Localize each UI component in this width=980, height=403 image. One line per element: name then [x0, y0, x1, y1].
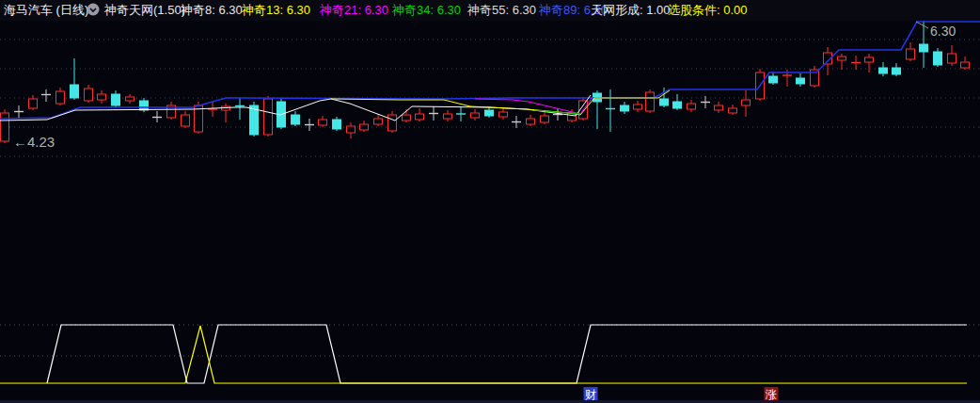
candle-down	[660, 99, 669, 105]
price-annotation-0: ←4.23	[13, 134, 55, 150]
candle-up	[444, 114, 452, 119]
candle-down	[893, 68, 901, 74]
candle-up	[742, 100, 751, 105]
candle-up	[865, 57, 874, 62]
signal-line-xuangu-yellow	[0, 326, 967, 383]
candle-up	[541, 116, 549, 122]
candle-up	[347, 126, 356, 133]
candle-up	[126, 97, 134, 101]
candle-down	[673, 102, 682, 108]
candle-down	[621, 105, 629, 111]
candle-up	[527, 119, 535, 124]
candle-down	[292, 115, 300, 124]
signal-label-1: 涨	[765, 388, 777, 401]
app-window: ←4.236.30财涨 海马汽车 (日线) 神奇天网(1.50) 神奇8: 6.…	[0, 0, 980, 403]
candle-down	[485, 110, 494, 116]
candle-down	[769, 76, 778, 83]
candle-down	[797, 78, 805, 84]
candle-down	[112, 94, 120, 105]
candle-up	[85, 89, 93, 101]
stock-title: 海马汽车 (日线)	[4, 3, 88, 18]
indicator-value-2: 神奇21: 6.30	[320, 3, 388, 18]
candle-up	[388, 115, 397, 131]
candle-up	[264, 99, 273, 135]
ma-line-shenqi13	[331, 90, 670, 115]
candle-up	[360, 124, 369, 130]
chart-canvas[interactable]: ←4.236.30财涨	[0, 0, 980, 403]
indicator-value-1: 神奇13: 6.30	[242, 3, 310, 18]
price-pointer-line	[916, 22, 928, 28]
candle-up	[907, 49, 915, 59]
candle-up	[29, 99, 38, 108]
indicator-name[interactable]: 神奇天网(1.50)	[104, 3, 185, 18]
candle-up	[729, 108, 737, 113]
indicator-value-7: 选股条件: 0.00	[668, 3, 748, 18]
candle-up	[499, 112, 508, 117]
candle-up	[688, 104, 696, 109]
candle-up	[98, 94, 106, 100]
candle-up	[471, 113, 480, 118]
candle-up	[319, 120, 327, 125]
candle-up	[634, 105, 642, 109]
candle-up	[56, 91, 65, 104]
candle-down	[333, 120, 341, 129]
indicator-value-3: 神奇34: 6.30	[392, 3, 461, 18]
candle-up	[646, 92, 655, 111]
candle-down	[934, 52, 942, 65]
candle-down	[140, 101, 149, 110]
candle-up	[948, 54, 956, 63]
candle-up	[182, 115, 190, 126]
candle-up	[416, 114, 424, 120]
candle-down	[920, 44, 928, 52]
candle-up	[961, 62, 970, 68]
candle-up	[715, 105, 723, 110]
signal-label-0: 财	[585, 388, 596, 401]
candle-up	[374, 119, 383, 124]
indicator-value-4: 神奇55: 6.30	[467, 3, 536, 18]
indicator-value-0: 神奇8: 6.30	[181, 3, 243, 18]
candle-up	[838, 56, 846, 60]
candle-up	[403, 115, 411, 121]
signal-line-tianwang-white	[47, 325, 967, 383]
candle-down	[71, 85, 79, 98]
indicator-value-6: 天网形成: 1.00	[591, 3, 671, 18]
candle-up	[1, 113, 9, 141]
candle-down	[879, 68, 888, 73]
price-annotation-1: 6.30	[930, 24, 956, 39]
chevron-down-icon[interactable]	[87, 3, 100, 16]
chart-header: 海马汽车 (日线) 神奇天网(1.50) 神奇8: 6.30神奇13: 6.30…	[0, 0, 980, 21]
